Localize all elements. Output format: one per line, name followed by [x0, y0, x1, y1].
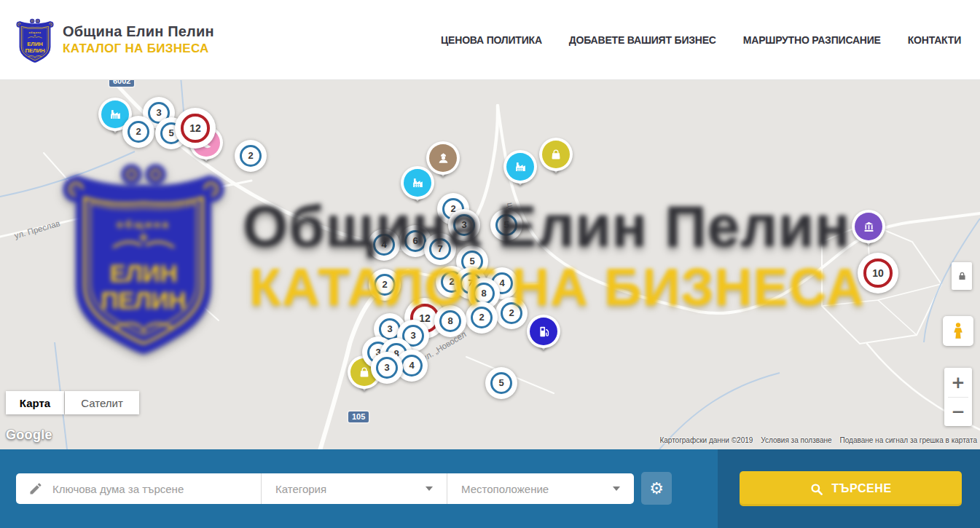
location-select[interactable]: Местоположение [447, 473, 634, 504]
lock-icon [957, 269, 968, 283]
gear-icon: ⚙ [649, 481, 664, 497]
category-select[interactable]: Категория [262, 473, 447, 504]
cluster-marker[interactable]: 2 [466, 302, 498, 334]
main-nav: ЦЕНОВА ПОЛИТИКА ДОБАВЕТЕ ВАШИЯТ БИЗНЕС М… [441, 34, 980, 46]
map-type-control: Карта Сателит [6, 391, 139, 414]
pegman-icon [950, 321, 966, 341]
municipality-crest-icon [16, 14, 54, 66]
cluster-marker[interactable]: 8 [434, 305, 466, 337]
search-fields: Категория Местоположение [16, 473, 634, 504]
cluster-marker[interactable]: 3 [371, 352, 403, 384]
factory-pin[interactable] [503, 150, 537, 184]
chevron-down-icon [613, 486, 620, 491]
fuel-pin[interactable] [527, 315, 560, 348]
cluster-marker[interactable]: 5 [490, 209, 522, 241]
cluster-marker[interactable]: 12 [175, 108, 216, 149]
cluster-marker[interactable]: 3 [448, 209, 480, 241]
category-placeholder: Категория [275, 483, 326, 495]
shopping-bag-pin[interactable] [539, 138, 573, 171]
map-type-map-button[interactable]: Карта [6, 391, 64, 414]
brand-text: Община Елин Пелин КАТАЛОГ НА БИЗНЕСА [63, 23, 214, 56]
lock-button[interactable] [952, 262, 972, 290]
zoom-in-button[interactable]: + [944, 368, 972, 397]
map-markers: 32512223564752742822128333843510 [0, 80, 980, 449]
header: Община Елин Пелин КАТАЛОГ НА БИЗНЕСА ЦЕН… [0, 0, 980, 80]
church-pin[interactable] [852, 210, 885, 243]
map-type-satellite-button[interactable]: Сателит [65, 391, 139, 414]
search-button-label: ТЪРСЕНЕ [831, 482, 892, 495]
zoom-control: + − [944, 368, 972, 426]
pegman-button[interactable] [943, 316, 973, 346]
attribution-data-notice: Картографски данни ©2019 [659, 436, 753, 444]
nav-add-your-business[interactable]: ДОБАВЕТЕ ВАШИЯТ БИЗНЕС [569, 34, 716, 46]
keyword-input[interactable] [52, 483, 242, 495]
search-panel: Категория Местоположение ⚙ ТЪРСЕНЕ [0, 449, 980, 528]
nav-route-schedule[interactable]: МАРШРУТНО РАЗПИСАНИЕ [743, 34, 881, 46]
site-subtitle: КАТАЛОГ НА БИЗНЕСА [63, 42, 214, 56]
nav-pricing-policy[interactable]: ЦЕНОВА ПОЛИТИКА [441, 34, 542, 46]
cluster-marker[interactable]: 2 [369, 269, 401, 301]
cluster-marker[interactable]: 2 [122, 116, 154, 148]
google-logo[interactable]: Google [6, 427, 52, 443]
cluster-marker[interactable]: 7 [424, 233, 456, 265]
map[interactable]: 6002 105 ул. Преслав бул. „Новосел ции 3… [0, 80, 980, 449]
chevron-down-icon [426, 486, 433, 491]
map-attribution: Картографски данни ©2019 Условия за полз… [659, 436, 977, 444]
location-placeholder: Местоположение [461, 483, 549, 495]
factory-pin[interactable] [401, 166, 434, 200]
cluster-marker[interactable]: 2 [495, 297, 528, 329]
cluster-marker[interactable]: 10 [858, 253, 898, 293]
attribution-terms-link[interactable]: Условия за ползване [761, 436, 831, 444]
settings-button[interactable]: ⚙ [641, 472, 672, 505]
site-logo[interactable]: Община Елин Пелин КАТАЛОГ НА БИЗНЕСА [0, 14, 214, 66]
nav-contacts[interactable]: КОНТАКТИ [908, 34, 961, 46]
cluster-marker[interactable]: 2 [235, 140, 267, 172]
cluster-marker[interactable]: 4 [368, 229, 400, 261]
keyword-field [16, 473, 261, 504]
attribution-report-link[interactable]: Подаване на сигнал за грешка в картата [840, 436, 977, 444]
page: Община Елин Пелин КАТАЛОГ НА БИЗНЕСА ЦЕН… [0, 0, 980, 528]
site-title: Община Елин Пелин [63, 23, 214, 40]
search-button[interactable]: ТЪРСЕНЕ [740, 471, 962, 506]
search-icon [810, 482, 823, 496]
cluster-marker[interactable]: 5 [485, 367, 517, 399]
pencil-icon [28, 481, 43, 496]
zoom-out-button[interactable]: − [944, 398, 972, 427]
